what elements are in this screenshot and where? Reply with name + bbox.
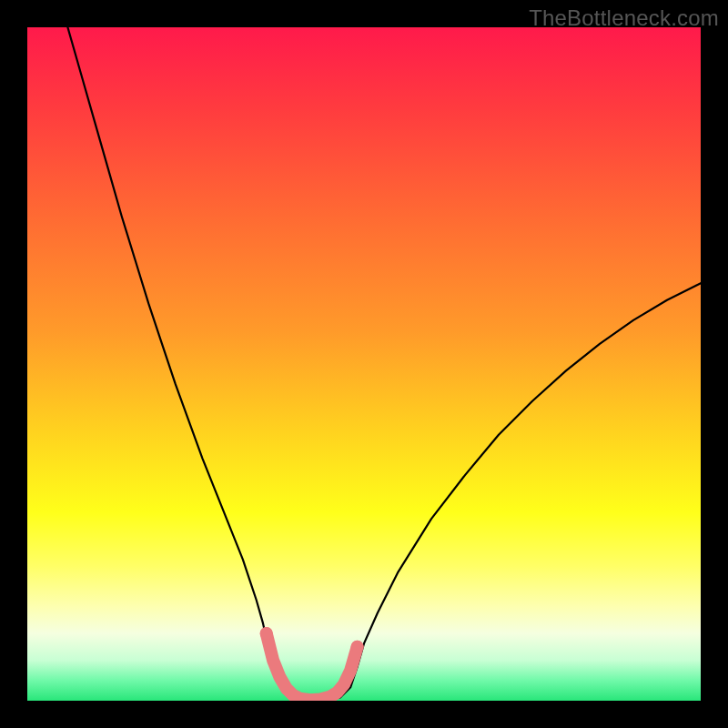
highlight-dot (351, 641, 364, 653)
highlight-dot (260, 627, 273, 640)
gradient-background (27, 27, 701, 701)
outer-frame: TheBottleneck.com (0, 0, 728, 728)
bottleneck-chart (27, 27, 701, 701)
plot-area (27, 27, 701, 701)
